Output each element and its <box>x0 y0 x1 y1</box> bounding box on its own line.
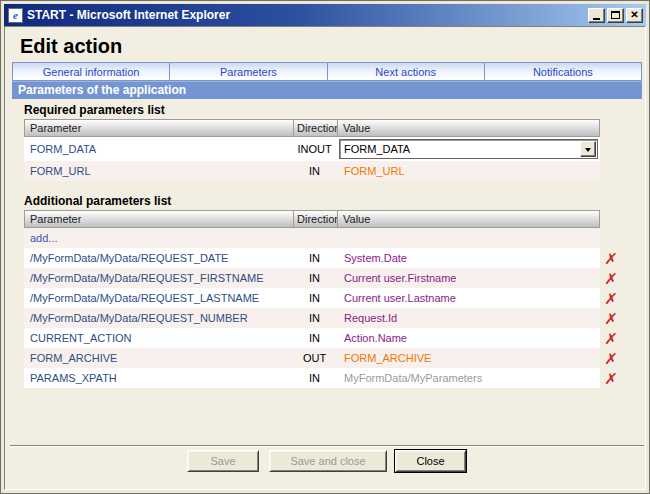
table-header-row: ParameterDirectionValue <box>24 210 600 228</box>
close-window-button[interactable]: ✕ <box>626 8 643 23</box>
parameter-name: FORM_ARCHIVE <box>24 352 292 364</box>
parameter-value: MyFormData/MyParameters <box>344 372 482 384</box>
parameter-value-cell: FORM_ARCHIVE <box>337 352 600 364</box>
table-row-myformdata-mydata-request-firstname: /MyFormData/MyData/REQUEST_FIRSTNAMEINCu… <box>24 268 622 288</box>
maximize-button[interactable] <box>607 8 624 23</box>
delete-parameter-icon[interactable]: ✗ <box>599 371 623 386</box>
row-background: FORM_ARCHIVEOUTFORM_ARCHIVE <box>24 348 600 368</box>
parameter-name: /MyFormData/MyData/REQUEST_LASTNAME <box>24 292 292 304</box>
tab-next-actions[interactable]: Next actions <box>328 63 485 80</box>
row-background: PARAMS_XPATHINMyFormData/MyParameters <box>24 368 600 388</box>
browser-window: e START - Microsoft Internet Explorer ✕ … <box>0 0 650 494</box>
column-header-parameter: Parameter <box>25 120 293 136</box>
titlebar[interactable]: e START - Microsoft Internet Explorer ✕ <box>4 4 646 26</box>
parameter-direction: IN <box>292 312 337 324</box>
dropdown-arrow-icon[interactable] <box>580 141 596 157</box>
parameter-value-cell: Request.Id <box>337 312 600 324</box>
table-row-form-data: FORM_DATAINOUTFORM_DATA <box>24 137 622 161</box>
add-parameter-link[interactable]: add... <box>24 232 58 244</box>
parameter-name: /MyFormData/MyData/REQUEST_NUMBER <box>24 312 292 324</box>
parameter-value: Current user.Lastname <box>344 292 456 304</box>
window-title: START - Microsoft Internet Explorer <box>27 8 588 22</box>
table-row-myformdata-mydata-request-lastname: /MyFormData/MyData/REQUEST_LASTNAMEINCur… <box>24 288 622 308</box>
row-background: CURRENT_ACTIONINAction.Name <box>24 328 600 348</box>
delete-parameter-icon[interactable]: ✗ <box>599 271 623 286</box>
parameter-direction: IN <box>292 292 337 304</box>
tab-bar: General informationParametersNext action… <box>12 62 642 81</box>
row-background: FORM_URLINFORM_URL <box>24 161 600 181</box>
add-parameter-row: add... <box>24 228 622 248</box>
delete-parameter-icon[interactable]: ✗ <box>599 351 623 366</box>
parameter-direction: IN <box>292 272 337 284</box>
parameter-name: FORM_DATA <box>24 143 292 155</box>
save-button[interactable]: Save <box>187 450 259 472</box>
footer-divider <box>10 445 644 447</box>
parameter-name: /MyFormData/MyData/REQUEST_DATE <box>24 252 292 264</box>
parameter-value-cell: Action.Name <box>337 332 600 344</box>
parameter-value: Current user.Firstname <box>344 272 456 284</box>
row-background: /MyFormData/MyData/REQUEST_NUMBERINReque… <box>24 308 600 328</box>
parameter-value-cell: System.Date <box>337 252 600 264</box>
window-controls: ✕ <box>588 8 643 23</box>
column-header-direction: Direction <box>293 120 338 136</box>
tab-parameters[interactable]: Parameters <box>170 63 327 80</box>
parameter-direction: IN <box>292 372 337 384</box>
parameter-name: PARAMS_XPATH <box>24 372 292 384</box>
parameter-name: CURRENT_ACTION <box>24 332 292 344</box>
delete-parameter-icon[interactable]: ✗ <box>599 291 623 306</box>
parameter-value: Request.Id <box>344 312 397 324</box>
delete-parameter-icon[interactable]: ✗ <box>599 251 623 266</box>
page-content: Edit action General informationParameter… <box>4 26 646 490</box>
table-row-current-action: CURRENT_ACTIONINAction.Name✗ <box>24 328 622 348</box>
table-row-form-archive: FORM_ARCHIVEOUTFORM_ARCHIVE✗ <box>24 348 622 368</box>
close-button[interactable]: Close <box>395 450 466 472</box>
ie-page-icon: e <box>8 8 23 23</box>
dropdown-selected-value: FORM_DATA <box>340 143 580 155</box>
row-background: /MyFormData/MyData/REQUEST_FIRSTNAMEINCu… <box>24 268 600 288</box>
save-and-close-button[interactable]: Save and close <box>269 450 387 472</box>
row-background: FORM_DATAINOUTFORM_DATA <box>24 137 600 161</box>
additional-list-heading: Additional parameters list <box>24 194 171 208</box>
table-row-form-url: FORM_URLINFORM_URL <box>24 161 622 181</box>
required-parameters-table: ParameterDirectionValueFORM_DATAINOUTFOR… <box>24 119 622 181</box>
parameter-name: /MyFormData/MyData/REQUEST_FIRSTNAME <box>24 272 292 284</box>
minimize-button[interactable] <box>588 8 605 23</box>
parameter-direction: IN <box>292 252 337 264</box>
parameter-value-cell: FORM_DATA <box>337 137 600 161</box>
required-list-heading: Required parameters list <box>24 103 165 117</box>
row-background: add... <box>24 228 600 248</box>
tab-notifications[interactable]: Notifications <box>485 63 641 80</box>
parameter-value-cell: MyFormData/MyParameters <box>337 372 600 384</box>
parameter-direction: IN <box>292 332 337 344</box>
column-header-parameter: Parameter <box>25 211 293 227</box>
parameter-direction: IN <box>292 165 337 177</box>
minimize-icon <box>593 18 600 20</box>
page-title: Edit action <box>20 35 122 58</box>
tab-general-information[interactable]: General information <box>13 63 170 80</box>
parameter-direction: OUT <box>292 352 337 364</box>
row-background: /MyFormData/MyData/REQUEST_DATEINSystem.… <box>24 248 600 268</box>
close-icon: ✕ <box>630 10 638 20</box>
parameter-direction: INOUT <box>292 143 337 155</box>
additional-parameters-table: ParameterDirectionValueadd.../MyFormData… <box>24 210 622 388</box>
parameter-value: FORM_URL <box>344 165 405 177</box>
parameter-value-cell: Current user.Lastname <box>337 292 600 304</box>
column-header-direction: Direction <box>293 211 338 227</box>
maximize-icon <box>611 11 620 19</box>
table-row-params-xpath: PARAMS_XPATHINMyFormData/MyParameters✗ <box>24 368 622 388</box>
table-header-row: ParameterDirectionValue <box>24 119 600 137</box>
table-row-myformdata-mydata-request-number: /MyFormData/MyData/REQUEST_NUMBERINReque… <box>24 308 622 328</box>
column-header-value: Value <box>338 211 599 227</box>
table-row-myformdata-mydata-request-date: /MyFormData/MyData/REQUEST_DATEINSystem.… <box>24 248 622 268</box>
row-background: /MyFormData/MyData/REQUEST_LASTNAMEINCur… <box>24 288 600 308</box>
parameter-value: System.Date <box>344 252 407 264</box>
delete-parameter-icon[interactable]: ✗ <box>599 331 623 346</box>
parameter-value: FORM_ARCHIVE <box>344 352 431 364</box>
parameter-value-cell: FORM_URL <box>337 165 600 177</box>
parameter-name: FORM_URL <box>24 165 292 177</box>
parameter-value: Action.Name <box>344 332 407 344</box>
section-header: Parameters of the application <box>12 81 642 99</box>
value-dropdown[interactable]: FORM_DATA <box>339 139 598 159</box>
delete-parameter-icon[interactable]: ✗ <box>599 311 623 326</box>
parameter-value-cell: Current user.Firstname <box>337 272 600 284</box>
